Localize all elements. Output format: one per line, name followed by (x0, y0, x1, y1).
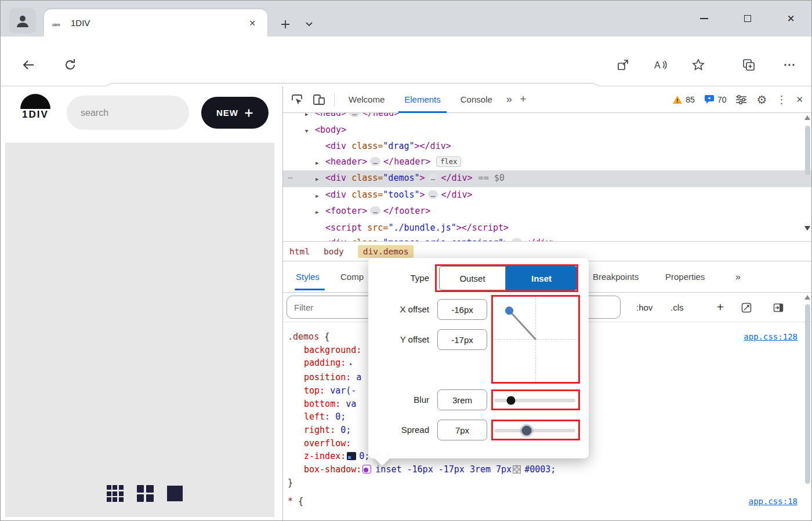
spread-slider[interactable] (494, 425, 575, 436)
z-index-badge-icon[interactable] (347, 452, 356, 460)
dom-tree-line[interactable]: ▶<footer>…</footer> (283, 203, 812, 220)
dom-tree-line[interactable]: ▶<div class="tools">…</div> (283, 187, 812, 204)
css-line[interactable]: * {app.css:18 (283, 495, 812, 508)
tab-console[interactable]: Console (455, 86, 498, 113)
tab-elements[interactable]: Elements (398, 86, 447, 113)
offset-pad[interactable] (492, 296, 579, 382)
computed-sidebar-icon[interactable] (773, 303, 784, 313)
dom-tree-line[interactable]: ▼<body> (283, 122, 812, 139)
site-favicon-icon: 1DIV (52, 18, 64, 28)
stylesheet-link[interactable]: app.css:18 (749, 495, 798, 508)
breadcrumb-html[interactable]: html (289, 247, 310, 256)
breadcrumb-div-demos[interactable]: div.demos (358, 245, 414, 258)
dom-tree-line[interactable]: ▶<head>…</head> (283, 113, 812, 122)
search-input[interactable] (67, 96, 189, 130)
slider-track (494, 429, 575, 432)
scroll-up-icon[interactable] (804, 295, 810, 300)
scroll-down-icon[interactable] (804, 226, 810, 231)
blur-slider[interactable] (494, 395, 575, 406)
color-swatch-icon[interactable] (513, 465, 521, 473)
styles-scrollbar[interactable] (803, 295, 811, 521)
window-controls: ✕ (682, 1, 812, 37)
breadcrumb-body[interactable]: body (324, 247, 344, 256)
tab-actions-icon[interactable] (301, 16, 317, 32)
rendering-icon[interactable] (741, 303, 752, 313)
devtools-menu-icon[interactable]: ⋮ (776, 93, 786, 106)
device-toolbar-icon[interactable] (312, 93, 326, 107)
scrollbar-thumb[interactable] (805, 304, 810, 484)
more-tabs-icon[interactable]: » (506, 93, 512, 105)
tab-styles[interactable]: Styles (296, 261, 320, 293)
minimize-button[interactable] (682, 1, 726, 37)
dom-tree-scrollbar[interactable] (803, 115, 811, 239)
inset-option[interactable]: Inset (506, 266, 577, 290)
sliders-icon[interactable] (735, 94, 747, 105)
inspect-icon[interactable] (290, 93, 304, 107)
y-offset-input[interactable]: -17px (437, 329, 487, 350)
collections-icon[interactable] (738, 54, 759, 75)
outset-option[interactable]: Outset (439, 266, 506, 290)
css-line[interactable]: } (283, 476, 812, 490)
issues-icon (704, 94, 715, 104)
warnings-badge[interactable]: 85 (672, 95, 695, 104)
new-style-rule-icon[interactable]: + (717, 293, 724, 322)
dom-tree-line[interactable]: ▶<div class="monaco-aria-container">…</d… (283, 235, 812, 241)
dom-tree-line[interactable]: ▶<header>…</header>flex (283, 154, 812, 171)
grid-2x2-icon[interactable] (137, 485, 154, 502)
expand-ellipsis-icon[interactable]: … (370, 206, 380, 215)
expand-ellipsis-icon[interactable]: … (428, 190, 438, 199)
tab-properties[interactable]: Properties (665, 261, 705, 293)
flex-badge[interactable]: flex (436, 156, 461, 167)
shadow-editor-icon[interactable] (362, 465, 371, 473)
y-offset-label: Y offset (371, 332, 429, 347)
dom-tree-line[interactable]: <script src="./bundle.js"></script> (283, 220, 812, 236)
favorites-star-icon[interactable] (688, 54, 709, 75)
blur-slider-handle[interactable] (507, 396, 516, 405)
scroll-up-icon[interactable] (804, 115, 810, 120)
x-offset-input[interactable]: -16px (437, 299, 487, 320)
offset-handle[interactable] (505, 307, 513, 315)
dom-tree: ▶<head>…</head>▼<body><div class="drag">… (283, 113, 812, 241)
new-tab-button[interactable] (277, 16, 293, 32)
browser-tab[interactable]: 1DIV 1DIV ✕ (44, 9, 267, 37)
dom-tree-line[interactable]: <div class="drag"></div> (283, 139, 812, 154)
tab-computed[interactable]: Comp (340, 261, 364, 293)
tab-close-icon[interactable]: ✕ (245, 17, 259, 29)
square-icon[interactable] (167, 486, 183, 501)
expand-ellipsis-icon[interactable]: … (349, 113, 360, 117)
expand-ellipsis-icon[interactable]: … (428, 173, 438, 182)
refresh-button[interactable] (60, 54, 81, 75)
expand-ellipsis-icon[interactable]: … (370, 157, 380, 166)
maximize-button[interactable] (726, 1, 769, 37)
devtools-toolbar: Welcome Elements Console » + 85 (283, 86, 812, 113)
css-line[interactable]: box-shadow:inset -16px -17px 3rem 7px#00… (283, 463, 812, 476)
tab-breakpoints[interactable]: Breakpoints (593, 261, 639, 293)
svg-text:A: A (654, 60, 661, 70)
issues-badge[interactable]: 70 (704, 94, 727, 104)
profile-avatar[interactable] (9, 8, 36, 34)
shadow-type-toggle: Outset Inset (439, 266, 577, 290)
settings-gear-icon[interactable]: ⚙ (756, 93, 767, 107)
shorthand-expander-icon[interactable]: ▸ (349, 360, 353, 367)
share-icon[interactable] (612, 54, 633, 75)
add-pane-icon[interactable]: + (520, 93, 527, 105)
element-class-button[interactable]: .cls (670, 293, 684, 322)
spread-input[interactable]: 7px (437, 420, 487, 440)
pseudo-state-button[interactable]: :hov (636, 293, 652, 322)
devtools-close-icon[interactable]: ✕ (796, 94, 803, 105)
window-close-button[interactable]: ✕ (769, 1, 812, 37)
browser-menu-icon[interactable] (779, 54, 800, 75)
web-page: 1DIV NEW (1, 86, 282, 521)
grid-3x3-icon[interactable] (107, 485, 124, 502)
more-panels-icon[interactable]: » (735, 261, 741, 293)
new-button[interactable]: NEW (201, 97, 269, 129)
tab-welcome[interactable]: Welcome (343, 86, 390, 113)
dom-tree-line[interactable]: ⋯▶<div class="demos">…</div>== $0 (283, 170, 812, 187)
stylesheet-link[interactable]: app.css:128 (744, 330, 798, 344)
read-aloud-icon[interactable]: A (650, 54, 671, 75)
scrollbar-thumb[interactable] (805, 126, 810, 175)
blur-input[interactable]: 3rem (437, 389, 487, 410)
chevron-down-icon (305, 21, 313, 27)
back-button[interactable] (18, 54, 39, 75)
spread-slider-handle[interactable] (522, 426, 532, 436)
